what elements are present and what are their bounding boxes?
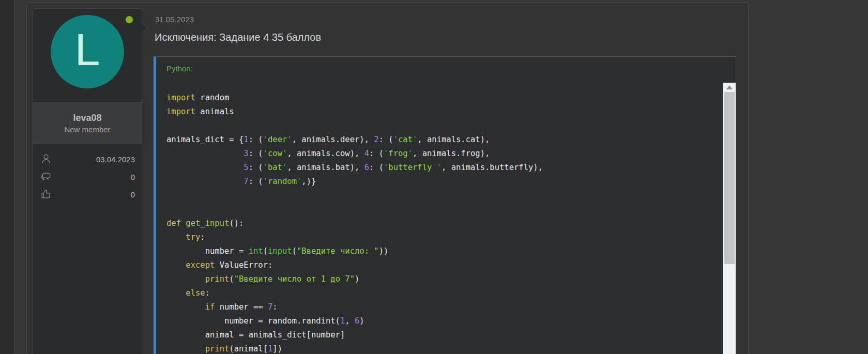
code-line: except ValueError:: [166, 258, 713, 272]
code-line: print("Введите число от 1 до 7"): [166, 272, 713, 286]
avatar[interactable]: L: [51, 15, 124, 88]
user-info-panel: L leva08 New member 03.04.202300: [33, 8, 142, 354]
code-line: import random: [166, 91, 713, 105]
code-block: Python: import randomimport animals anim…: [154, 56, 736, 354]
code-line: 3: ('cow', animals.cow), 4: ('frog', ani…: [166, 147, 713, 161]
code-line: [166, 203, 713, 217]
username-link[interactable]: leva08: [73, 113, 101, 124]
scrollbar-up-arrow-icon: [726, 85, 733, 89]
message-arrow: [142, 22, 149, 35]
code-line: else:: [166, 286, 713, 300]
code-line: 5: ('bat', animals.bat), 6: ('butterfly …: [166, 161, 713, 175]
code-line: print(animal[1]): [166, 342, 713, 354]
stat-row-likes: 0: [40, 186, 135, 203]
code-line: def get_input():: [166, 217, 713, 230]
code-line: 7: ('random',)}: [166, 175, 713, 189]
messages-icon: [40, 171, 52, 183]
code-line: animal = animals_dict[number]: [166, 328, 713, 342]
message-cell: 31.05.2023 Исключения: Задание 4 35 балл…: [154, 3, 736, 354]
online-status-dot: [126, 16, 133, 23]
stat-value: 03.04.2023: [96, 155, 135, 164]
scrollbar-thumb[interactable]: [724, 92, 735, 264]
scrollbar-up-button[interactable]: [723, 83, 736, 92]
code-line: [166, 189, 713, 203]
code-line: animals_dict = {1: ('deer', animals.deer…: [166, 133, 713, 147]
stat-row-messages: 0: [40, 168, 135, 186]
code-line: number = int(input("Введите число: ")): [166, 244, 713, 258]
post-title: Исключения: Задание 4 35 баллов: [155, 32, 321, 43]
code-line: [166, 119, 713, 133]
stat-value: 0: [131, 190, 135, 199]
code-content: import randomimport animals animals_dict…: [166, 91, 713, 354]
avatar-letter: L: [75, 27, 100, 72]
code-line: import animals: [166, 105, 713, 119]
forum-post: L leva08 New member 03.04.202300 31.05.2…: [26, 2, 749, 354]
likes-icon: [40, 188, 52, 201]
code-line: number = random.randint(1, 6): [166, 314, 713, 328]
page-background: L leva08 New member 03.04.202300 31.05.2…: [14, 0, 868, 354]
code-line: if number == 7:: [166, 300, 713, 314]
stat-value: 0: [131, 173, 135, 181]
avatar-area: L: [33, 9, 142, 102]
user-stats: 03.04.202300: [33, 144, 142, 203]
user-role: New member: [64, 125, 110, 134]
code-scrollbar[interactable]: [723, 83, 736, 354]
user-icon: [40, 153, 52, 166]
user-nameplate: leva08 New member: [33, 102, 142, 144]
post-date[interactable]: 31.05.2023: [155, 15, 194, 24]
stat-row-user: 03.04.2023: [40, 150, 135, 168]
code-language-label: Python:: [166, 64, 193, 73]
code-line: try:: [166, 230, 713, 244]
